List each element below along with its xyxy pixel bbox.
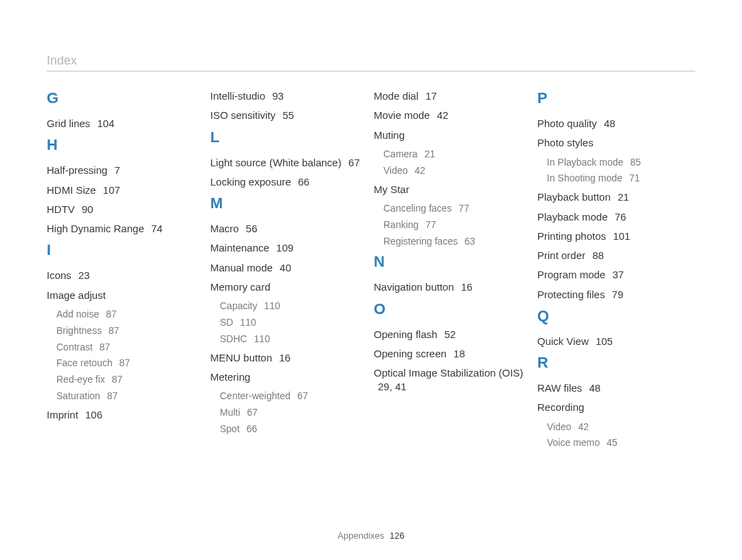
index-entry-label: Memory card	[210, 281, 271, 293]
index-sub-entry-page: 87	[109, 325, 120, 336]
index-entry: Macro 56	[210, 222, 364, 236]
index-sub-entry-page: 110	[254, 333, 270, 344]
index-columns: GGrid lines 104HHalf-pressing 7HDMI Size…	[47, 84, 701, 528]
index-sub-entry-page: 87	[112, 374, 123, 385]
index-entry-label: ISO sensitivity	[210, 109, 276, 121]
index-entry-label: My Star	[374, 183, 409, 195]
index-entry-label: Intelli-studio	[210, 90, 265, 102]
index-entry-page: 18	[453, 348, 465, 359]
index-sub-entry-label: SDHC	[220, 333, 247, 344]
index-sub-entry: Spot 66	[220, 423, 364, 436]
index-entry: Mode dial 17	[374, 89, 528, 103]
index-section-letter: H	[47, 136, 201, 154]
index-section-letter: G	[47, 89, 201, 107]
index-entry-page: 90	[82, 203, 93, 215]
index-entry-page: 16	[279, 352, 291, 363]
index-sub-entry-label: SD	[220, 317, 233, 328]
index-sub-entry: SDHC 110	[220, 333, 364, 346]
index-entry-label: Opening screen	[374, 348, 447, 359]
index-section-letter: Q	[537, 307, 691, 325]
index-sub-entry: In Playback mode 85	[547, 156, 691, 169]
index-entry: Printing photos 101	[537, 229, 691, 243]
index-entry: High Dynamic Range 74	[47, 222, 201, 236]
header-rule	[47, 71, 695, 71]
index-entry-page: 101	[613, 230, 630, 242]
index-entry-label: Half-pressing	[47, 164, 107, 176]
index-entry: HDTV 90	[47, 203, 201, 216]
index-sub-entry-label: Video	[547, 421, 572, 432]
index-section-letter: O	[374, 300, 528, 318]
index-entry-label: Navigation button	[374, 281, 454, 293]
index-entry: Imprint 106	[47, 408, 201, 422]
index-sub-entry-page: 110	[264, 300, 280, 311]
index-entry-label: Photo quality	[537, 117, 597, 129]
index-entry-page: 107	[103, 184, 120, 196]
index-sub-entry-label: Multi	[220, 407, 240, 418]
index-entry-label: HDTV	[47, 203, 75, 215]
index-sub-entry-label: Ranking	[383, 219, 418, 230]
index-section-letter: R	[537, 354, 691, 372]
index-entry-page: 104	[98, 117, 115, 129]
index-entry-label: Icons	[47, 269, 71, 281]
index-entry: Navigation button 16	[374, 280, 528, 294]
index-entry-page: 29, 41	[378, 381, 407, 392]
index-entry: HDMI Size 107	[47, 183, 201, 197]
index-entry-label: Grid lines	[47, 117, 90, 129]
index-entry-label: Optical Image Stabilization (OIS)	[374, 367, 524, 379]
index-entry: Image adjust	[47, 289, 201, 302]
index-sub-entry: In Shooting mode 71	[547, 172, 691, 185]
index-sub-entry-page: 42	[414, 165, 425, 176]
index-entry: Icons 23	[47, 269, 201, 282]
index-entry: Print order 88	[537, 249, 691, 262]
index-entry-label: Movie mode	[374, 109, 430, 121]
index-entry: Opening screen 18	[374, 347, 528, 361]
index-sub-entry-page: 21	[425, 148, 436, 159]
index-column: GGrid lines 104HHalf-pressing 7HDMI Size…	[47, 84, 210, 528]
index-sub-entry-page: 67	[247, 407, 258, 418]
page-footer: Appendixes 126	[0, 530, 742, 541]
index-entry: RAW files 48	[537, 381, 691, 395]
index-sub-entry: Red-eye fix 87	[56, 373, 201, 386]
page-title: Index	[47, 54, 77, 68]
index-sub-entry-label: Voice memo	[547, 437, 600, 448]
index-sub-entry-page: 71	[629, 172, 640, 183]
index-entry-page: 37	[612, 269, 624, 280]
index-entry-page: 42	[437, 109, 449, 121]
index-sub-entry-label: Video	[383, 165, 408, 176]
index-sub-entry-label: Capacity	[220, 300, 257, 311]
index-entry-label: Manual mode	[210, 262, 273, 273]
index-entry-label: Muting	[374, 129, 405, 141]
index-sub-entry-page: 87	[107, 390, 118, 401]
index-column: Intelli-studio 93ISO sensitivity 55LLigh…	[210, 84, 374, 528]
index-entry: Recording	[537, 401, 691, 414]
index-section-letter: N	[374, 253, 528, 271]
index-column: Mode dial 17Movie mode 42MutingCamera 21…	[374, 84, 537, 528]
index-entry-page: 48	[604, 117, 616, 129]
index-entry: Opening flash 52	[374, 328, 528, 341]
index-entry: Quick View 105	[537, 335, 691, 348]
index-entry-page: 74	[151, 223, 163, 234]
index-entry-label: Maintenance	[210, 242, 269, 254]
index-entry-label: Macro	[210, 223, 239, 234]
index-entry-label: Program mode	[537, 269, 605, 280]
index-entry: Memory card	[210, 280, 364, 294]
index-sub-entry-label: In Shooting mode	[547, 172, 622, 183]
index-entry: Grid lines 104	[47, 117, 201, 131]
index-sub-entry-label: Canceling faces	[383, 203, 452, 214]
index-entry-page: 7	[115, 164, 120, 176]
index-sub-entry: Camera 21	[383, 148, 528, 161]
index-entry-page: 93	[272, 90, 284, 102]
index-sub-entry: Face retouch 87	[56, 357, 201, 370]
index-sub-entry-page: 87	[106, 309, 117, 320]
index-entry-page: 52	[445, 328, 456, 340]
index-entry: Manual mode 40	[210, 261, 364, 275]
index-entry-page: 79	[612, 289, 624, 300]
index-sub-entry: Voice memo 45	[547, 436, 691, 449]
index-entry-label: Recording	[537, 401, 584, 413]
index-entry-label: RAW files	[537, 382, 582, 394]
index-entry: Intelli-studio 93	[210, 89, 364, 103]
index-sub-entry: Multi 67	[220, 406, 364, 419]
index-entry-label: Mode dial	[374, 90, 418, 102]
index-entry-label: Playback button	[537, 191, 611, 203]
index-sub-entry-page: 77	[425, 219, 436, 230]
